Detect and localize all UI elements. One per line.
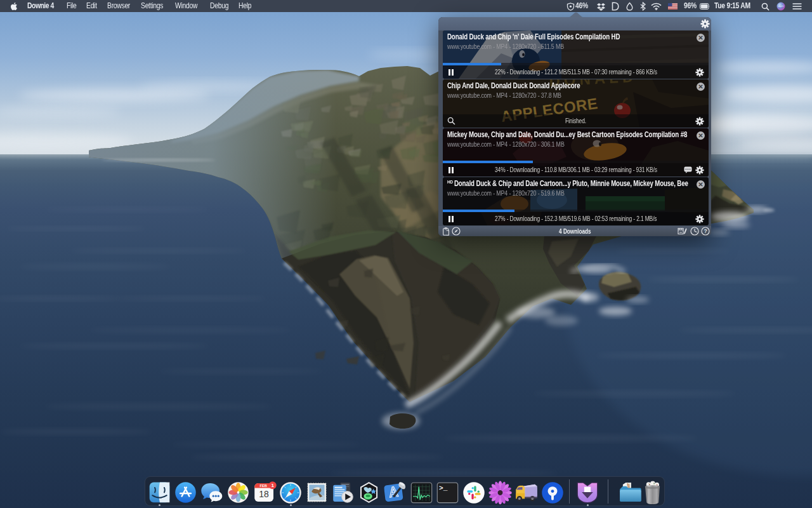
svg-text:?: ? bbox=[704, 228, 707, 234]
svg-text:18: 18 bbox=[259, 489, 269, 499]
svg-text:1: 1 bbox=[271, 483, 274, 488]
svg-text:FEB: FEB bbox=[260, 484, 267, 488]
svg-text:>_: >_ bbox=[439, 485, 448, 492]
